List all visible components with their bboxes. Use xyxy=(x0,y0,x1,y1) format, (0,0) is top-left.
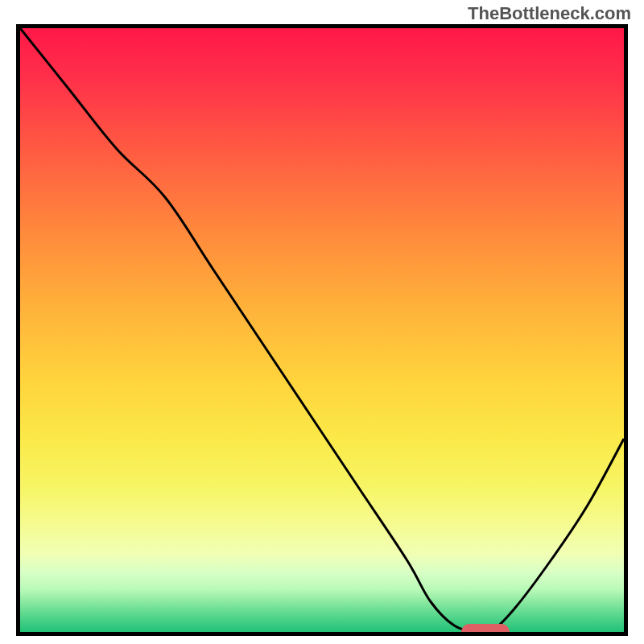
plot-area xyxy=(16,24,628,636)
curve-path xyxy=(20,28,624,634)
optimal-range-marker xyxy=(461,624,510,636)
chart-stage: TheBottleneck.com xyxy=(0,0,644,644)
bottleneck-curve xyxy=(20,28,624,632)
watermark-text: TheBottleneck.com xyxy=(468,3,631,24)
